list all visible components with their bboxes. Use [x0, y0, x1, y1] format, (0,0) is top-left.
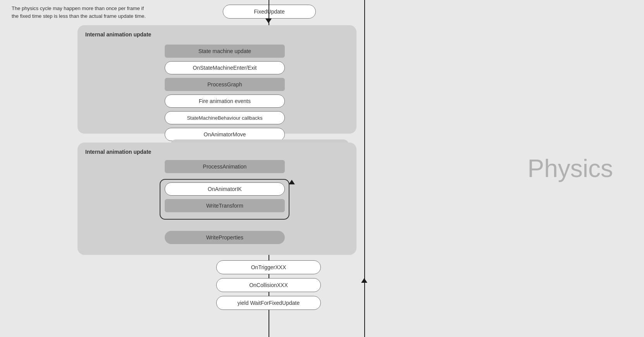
right-vertical-line — [364, 0, 365, 337]
on-collision-label: OnCollisionXXX — [249, 282, 288, 288]
write-transform-label: WriteTransform — [206, 203, 243, 209]
smb-callbacks-box: StateMachineBehaviour callbacks — [165, 111, 285, 124]
write-properties-box: WriteProperties — [165, 231, 285, 244]
anim-group2-label: Internal animation update — [85, 149, 151, 155]
top-note-line2: the fixed time step is less than the act… — [12, 12, 146, 20]
anim-group-2: Internal animation update ProcessAnimati… — [77, 143, 356, 255]
physics-label: Physics — [528, 154, 613, 183]
arrow-down-fixedupdate — [265, 19, 272, 23]
process-animation-label: ProcessAnimation — [203, 163, 247, 170]
smb-callbacks-label: StateMachineBehaviour callbacks — [187, 115, 262, 121]
anim-group-1: Internal animation update State machine … — [77, 25, 356, 134]
write-transform-box: WriteTransform — [165, 199, 285, 212]
on-state-machine-label: OnStateMachineEnter/Exit — [193, 65, 257, 71]
state-machine-label: State machine update — [198, 48, 251, 54]
main-container: Physics The physics cycle may happen mor… — [0, 0, 644, 337]
anim-group1-label: Internal animation update — [85, 31, 151, 38]
on-animator-move-box: OnAnimatorMove — [165, 128, 285, 141]
on-animator-move-label: OnAnimatorMove — [204, 131, 246, 138]
top-note: The physics cycle may happen more than o… — [12, 5, 146, 20]
on-animator-ik-label: OnAnimatorIK — [208, 186, 242, 192]
fire-animation-events-box: Fire animation events — [165, 95, 285, 108]
top-note-line1: The physics cycle may happen more than o… — [12, 5, 146, 12]
write-properties-label: WriteProperties — [206, 234, 243, 241]
yield-wait-label: yield WaitForFixedUpdate — [238, 300, 300, 306]
on-trigger-box: OnTriggerXXX — [216, 260, 321, 274]
state-machine-box: State machine update — [165, 45, 285, 58]
on-trigger-label: OnTriggerXXX — [251, 264, 286, 270]
fixedupdate-box: FixedUpdate — [223, 5, 316, 19]
on-collision-box: OnCollisionXXX — [216, 278, 321, 292]
diagram-area: The physics cycle may happen more than o… — [0, 0, 387, 337]
on-state-machine-box: OnStateMachineEnter/Exit — [165, 61, 285, 74]
arrow-up-right-line — [361, 278, 367, 283]
loop-arrow-up — [289, 180, 295, 184]
process-graph-box: ProcessGraph — [165, 78, 285, 91]
on-animator-ik-box: OnAnimatorIK — [165, 182, 285, 196]
yield-wait-box: yield WaitForFixedUpdate — [216, 296, 321, 310]
fire-animation-events-label: Fire animation events — [199, 98, 251, 104]
process-graph-label: ProcessGraph — [207, 81, 242, 88]
process-animation-box: ProcessAnimation — [165, 160, 285, 173]
